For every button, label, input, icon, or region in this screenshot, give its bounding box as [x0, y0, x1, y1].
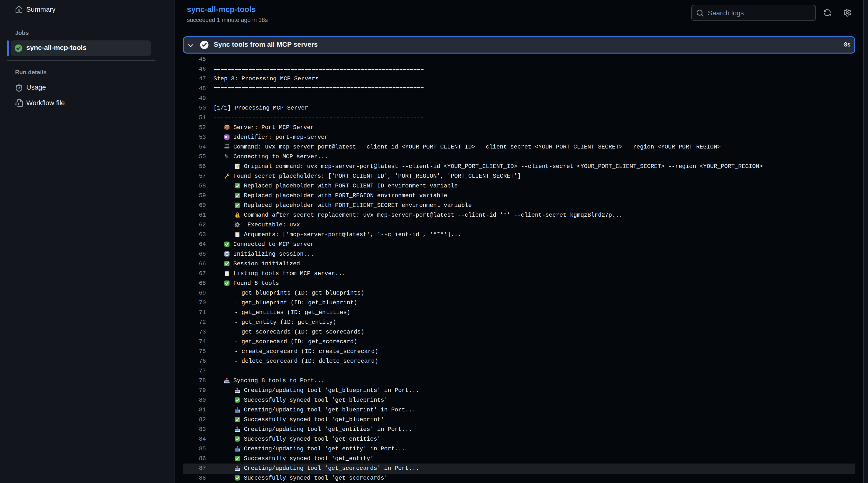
svg-text:ID: ID	[225, 135, 228, 139]
